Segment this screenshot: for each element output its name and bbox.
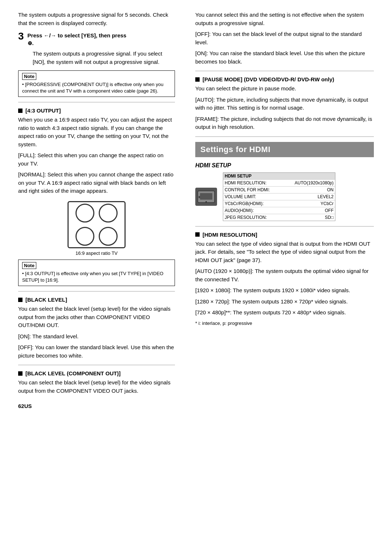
off-text: [OFF]: You can lower the standard black …: [18, 343, 175, 360]
tv-caption: 16:9 aspect ratio TV: [75, 250, 118, 256]
hdmi-table-row: CONTROL FOR HDMI:ON: [223, 187, 335, 193]
section-43-output-header: [4:3 OUTPUT]: [18, 107, 175, 114]
black-level-comp-body: You can select the black level (setup le…: [18, 379, 175, 395]
black-square-3-icon: [18, 371, 23, 376]
hdmi-row-value: AUTO(1920x1080p): [291, 180, 334, 185]
pause-mode-body: You can select the picture in pause mode…: [195, 85, 374, 93]
hdmi-row-label: CONTROL FOR HDMI:: [225, 187, 291, 192]
hdmi-row-label: YCbCr/RGB(HDMI):: [225, 201, 291, 206]
hdmi-setup-diagram: HDMI SETUP HDMI RESOLUTION:AUTO(1920x108…: [195, 172, 374, 221]
note-label-1: Note: [22, 73, 36, 80]
720-480p-text: [720 × 480p]**: The system outputs 720 ×…: [195, 309, 374, 317]
note-label-2: Note: [22, 262, 36, 269]
hdmi-setup-label: HDMI SETUP: [195, 162, 374, 169]
section-43-body: When you use a 16:9 aspect ratio TV, you…: [18, 116, 175, 148]
hdmi-row-label: VOLUME LIMIT:: [225, 194, 291, 199]
tv-circles: [72, 200, 121, 249]
hdmi-table-row: HDMI RESOLUTION:AUTO(1920x1080p): [223, 180, 335, 187]
hdmi-row-label: HDMI RESOLUTION:: [225, 180, 291, 185]
tv-circle-1: [75, 204, 94, 223]
svg-rect-1: [200, 193, 212, 200]
footnote-text: * i: interlace, p: progressive: [195, 320, 374, 327]
left-column: The system outputs a progressive signal …: [0, 0, 185, 555]
divider-2: [18, 291, 175, 291]
hdmi-table-header-row: HDMI SETUP: [223, 173, 335, 180]
section-pause-mode-header: [PAUSE MODE] (DVD VIDEO/DVD-R/ DVD-RW on…: [195, 76, 374, 82]
note-box-1: Note • [PROGRESSIVE (COMPONENT OUT)] is …: [18, 70, 175, 97]
tv-image-container: 16:9 aspect ratio TV: [18, 201, 175, 256]
auto-text: [AUTO]: The picture, including subjects …: [195, 96, 374, 112]
black-square-5-icon: [195, 232, 200, 237]
hdmi-device-icon: [195, 188, 217, 206]
auto-hdmi-text: [AUTO (1920 × 1080p)]: The system output…: [195, 267, 374, 283]
hdmi-table-header-label: HDMI SETUP: [225, 174, 334, 179]
black-square-2-icon: [18, 298, 23, 302]
section-black-level-header: [BLACK LEVEL]: [18, 297, 175, 303]
normal-text: [NORMAL]: Select this when you cannot ch…: [18, 171, 175, 195]
note-box-2: Note • [4:3 OUTPUT] is effective only wh…: [18, 260, 175, 286]
hdmi-table-row: JPEG RESOLUTION:SD□: [223, 214, 335, 221]
hdmi-table-rows: HDMI RESOLUTION:AUTO(1920x1080p)CONTROL …: [223, 180, 335, 221]
hdmi-row-value: ON: [291, 187, 334, 192]
hdmi-row-value: SD□: [291, 215, 334, 220]
black-level-body: You can select the black level (setup le…: [18, 305, 175, 330]
tv-circle-2: [99, 204, 118, 223]
svg-point-2: [205, 201, 207, 203]
on-black-text: [ON]: You can raise the standard black l…: [195, 49, 374, 66]
divider-6: [195, 226, 374, 227]
hdmi-setup-table: HDMI SETUP HDMI RESOLUTION:AUTO(1920x108…: [223, 172, 335, 221]
hdmi-table-row: VOLUME LIMIT:LEVEL2: [223, 193, 335, 200]
divider-3: [18, 365, 175, 365]
hdmi-resolution-body: You can select the type of video signal …: [195, 240, 374, 265]
black-square-4-icon: [195, 77, 200, 82]
divider-5: [195, 136, 374, 137]
hdmi-row-value: YCbCr: [291, 201, 334, 206]
frame-text: [FRAME]: The picture, including subjects…: [195, 115, 374, 131]
cannot-select-text: You cannot select this and the setting i…: [195, 11, 374, 27]
hdmi-row-label: AUDIO(HDMI):: [225, 208, 291, 213]
step-number: 3: [18, 30, 24, 42]
full-text: [FULL]: Select this when you can change …: [18, 151, 175, 168]
hdmi-row-value: OFF: [291, 208, 334, 213]
tv-frame: [68, 201, 126, 248]
page-number: 62US: [18, 402, 175, 411]
black-square-icon: [18, 109, 23, 113]
hdmi-table-row: AUDIO(HDMI):OFF: [223, 207, 335, 214]
section-black-level-comp-header: [BLACK LEVEL (COMPONENT OUT)]: [18, 370, 175, 376]
right-column: You cannot select this and the setting i…: [185, 0, 392, 555]
divider-1: [18, 102, 175, 102]
off-black-text: [OFF]: You can set the black level of th…: [195, 30, 374, 46]
left-bottom: 62US: [18, 402, 175, 411]
divider-4: [195, 71, 374, 71]
tv-circle-4: [99, 227, 118, 246]
intro-text: The system outputs a progressive signal …: [18, 11, 175, 27]
svg-rect-3: [199, 196, 200, 198]
1920-1080i-text: [1920 × 1080i]: The system outputs 1920 …: [195, 286, 374, 295]
step-3-body: The system outputs a progressive signal.…: [33, 50, 175, 66]
section-hdmi-resolution-header: [HDMI RESOLUTION]: [195, 232, 374, 238]
hdmi-row-label: JPEG RESOLUTION:: [225, 215, 291, 220]
hdmi-table-row: YCbCr/RGB(HDMI):YCbCr: [223, 200, 335, 207]
step-3-title: Press ←/→ to select [YES], then press ⊕.: [28, 30, 127, 47]
tv-circle-3: [75, 227, 94, 246]
hdmi-row-value: LEVEL2: [291, 194, 334, 199]
1280-720p-text: [1280 × 720p]: The system outputs 1280 ×…: [195, 298, 374, 306]
settings-hdmi-title: Settings for HDMI: [195, 142, 374, 157]
on-text: [ON]: The standard level.: [18, 332, 175, 341]
step-3-header: 3 Press ←/→ to select [YES], then press …: [18, 30, 175, 47]
